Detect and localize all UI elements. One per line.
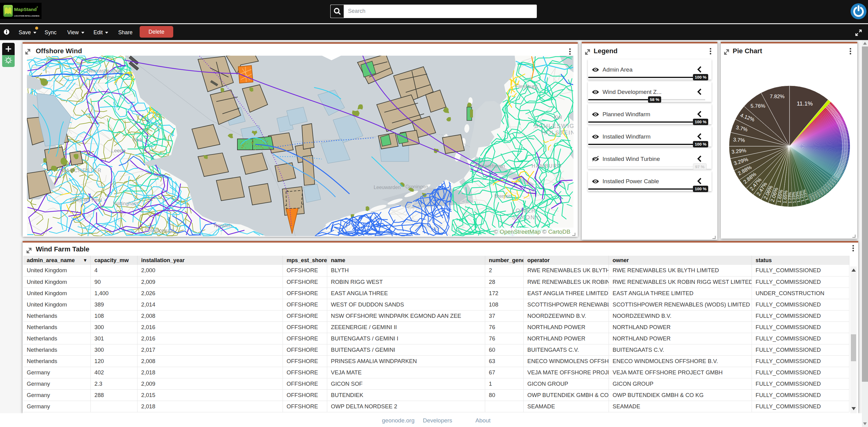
svg-text:MANCHESTER: MANCHESTER	[61, 168, 102, 173]
svg-text:HOLSTEIN: HOLSTEIN	[541, 130, 574, 136]
svg-text:MapStand: MapStand	[14, 7, 37, 12]
svg-text:11.1%: 11.1%	[797, 100, 813, 107]
svg-text:LOWER: LOWER	[512, 207, 536, 214]
svg-text:Bremerhaven: Bremerhaven	[476, 163, 505, 169]
svg-text:Peterborough: Peterborough	[145, 228, 175, 233]
svg-text:Leeds: Leeds	[111, 148, 125, 153]
svg-text:© OpenStreetMap © CartoDB: © OpenStreetMap © CartoDB	[494, 228, 570, 235]
svg-text:5.76%: 5.76%	[751, 103, 765, 109]
svg-text:Norwich: Norwich	[214, 223, 231, 228]
svg-text:Nottingham: Nottingham	[113, 201, 138, 206]
svg-text:1.23%: 1.23%	[788, 192, 793, 203]
svg-text:Leeuwarden: Leeuwarden	[374, 185, 401, 190]
svg-text:SCHLESWIG-: SCHLESWIG-	[534, 123, 574, 129]
svg-text:Bremen: Bremen	[494, 194, 512, 199]
svg-text:York: York	[132, 137, 143, 143]
svg-text:Groningen: Groningen	[405, 184, 428, 189]
svg-text:Tyne: Tyne	[103, 75, 114, 80]
svg-text:Newcastle upon: Newcastle upon	[87, 68, 122, 74]
svg-text:Flensburg: Flensburg	[516, 84, 537, 89]
svg-text:7.82%: 7.82%	[770, 94, 784, 99]
svg-text:LOCATION INTELLIGENCE: LOCATION INTELLIGENCE	[14, 15, 40, 17]
svg-text:HAMBURG: HAMBURG	[532, 163, 562, 169]
svg-text:SAXONY: SAXONY	[512, 214, 539, 221]
svg-text:Kiel: Kiel	[554, 115, 562, 120]
svg-text:3.7%: 3.7%	[733, 137, 745, 143]
svg-text:Stoke-on-Trent: Stoke-on-Trent	[70, 197, 102, 202]
